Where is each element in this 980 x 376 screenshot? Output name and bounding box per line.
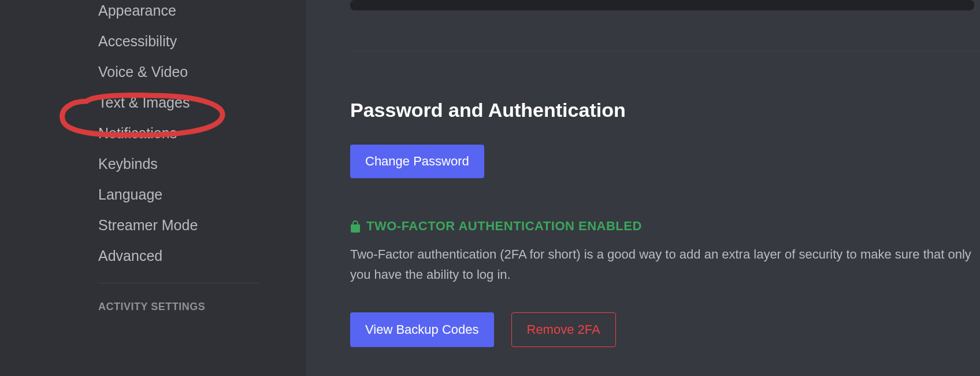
change-password-button[interactable]: Change Password bbox=[350, 145, 484, 178]
section-divider bbox=[350, 51, 980, 51]
lock-icon bbox=[350, 220, 361, 233]
sidebar-item-voice-video[interactable]: Voice & Video bbox=[98, 57, 306, 87]
sidebar-item-keybinds[interactable]: Keybinds bbox=[98, 149, 306, 179]
view-backup-codes-button[interactable]: View Backup Codes bbox=[350, 312, 494, 347]
sidebar-item-accessibility[interactable]: Accessibility bbox=[98, 26, 306, 57]
sidebar-item-advanced[interactable]: Advanced bbox=[98, 241, 306, 271]
sidebar-item-streamer-mode[interactable]: Streamer Mode bbox=[98, 210, 306, 241]
main-content: Password and Authentication Change Passw… bbox=[306, 0, 980, 376]
remove-2fa-button[interactable]: Remove 2FA bbox=[511, 312, 616, 347]
sidebar-separator bbox=[98, 283, 260, 283]
sidebar-item-appearance[interactable]: Appearance bbox=[98, 0, 306, 26]
section-title-password-auth: Password and Authentication bbox=[350, 99, 980, 121]
sidebar-item-text-images[interactable]: Text & Images bbox=[98, 87, 306, 118]
settings-sidebar: Appearance Accessibility Voice & Video T… bbox=[0, 0, 306, 376]
twofa-status-text: TWO-FACTOR AUTHENTICATION ENABLED bbox=[366, 219, 642, 234]
twofa-description: Two-Factor authentication (2FA for short… bbox=[350, 244, 980, 285]
account-card-bottom bbox=[350, 0, 974, 10]
twofa-status-row: TWO-FACTOR AUTHENTICATION ENABLED bbox=[350, 219, 980, 234]
sidebar-item-notifications[interactable]: Notifications bbox=[98, 118, 306, 149]
sidebar-item-language[interactable]: Language bbox=[98, 179, 306, 210]
sidebar-heading-activity: ACTIVITY SETTINGS bbox=[98, 295, 306, 313]
